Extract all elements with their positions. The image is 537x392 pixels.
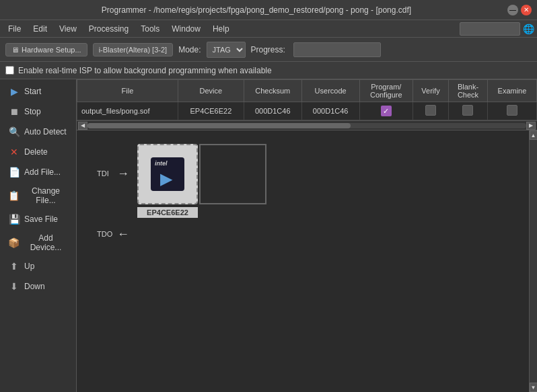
menu-processing[interactable]: Processing — [83, 22, 134, 36]
up-button[interactable]: ⬆ Up — [3, 257, 73, 276]
cell-file: output_files/pong.sof — [77, 102, 178, 120]
menu-file[interactable]: File — [3, 22, 26, 36]
cell-program[interactable]: ✓ — [359, 102, 413, 120]
program-checkbox[interactable]: ✓ — [381, 106, 392, 116]
main-area: ▶ Start ⏹ Stop 🔍 Auto Detect ✕ Delete 📄 … — [0, 79, 537, 392]
col-verify: Verify — [413, 80, 449, 102]
examine-checkbox[interactable] — [507, 105, 517, 116]
col-examine: Examine — [487, 80, 536, 102]
add-device-button[interactable]: 📦 Add Device... — [3, 230, 73, 256]
close-button[interactable]: ✕ — [521, 5, 532, 15]
tdi-label: TDI — [97, 169, 109, 178]
col-usercode: Usercode — [301, 80, 359, 102]
hardware-setup-button[interactable]: 🖥 Hardware Setup... — [5, 43, 87, 56]
start-button[interactable]: ▶ Start — [3, 82, 73, 101]
cell-usercode: 000D1C46 — [301, 102, 359, 120]
menu-help[interactable]: Help — [207, 22, 235, 36]
tdo-label: TDO — [97, 230, 112, 238]
tdo-arrow-icon: ← — [117, 227, 129, 241]
col-program: Program/Configure — [359, 80, 413, 102]
save-file-icon: 💾 — [8, 213, 20, 225]
stop-button[interactable]: ⏹ Stop — [3, 102, 73, 121]
save-file-button[interactable]: 💾 Save File — [3, 210, 73, 229]
progress-label: Progress: — [251, 45, 285, 54]
up-icon: ⬆ — [8, 260, 20, 272]
menubar-search: 🌐 — [460, 22, 534, 36]
cell-checksum: 000D1C46 — [244, 102, 301, 120]
jtag-connection-box — [199, 144, 266, 204]
cell-device: EP4CE6E22 — [178, 102, 244, 120]
globe-icon: 🌐 — [523, 24, 534, 34]
menubar: File Edit View Processing Tools Window H… — [0, 20, 537, 38]
vertical-scroll-track[interactable] — [530, 140, 537, 383]
horizontal-scrollbar[interactable]: ◀ ▶ — [77, 121, 537, 130]
sidebar: ▶ Start ⏹ Stop 🔍 Auto Detect ✕ Delete 📄 … — [0, 79, 77, 392]
down-icon: ⬇ — [8, 280, 20, 292]
change-file-button[interactable]: 📋 Change File... — [3, 183, 73, 208]
auto-detect-button[interactable]: 🔍 Auto Detect — [3, 122, 73, 141]
vertical-scrollbar[interactable]: ▲ ▼ — [529, 130, 537, 392]
scrollbar-thumb[interactable] — [87, 123, 351, 128]
cell-verify[interactable] — [413, 102, 449, 120]
scrollbar-track[interactable] — [87, 123, 526, 128]
titlebar-title: Programmer - /home/regis/projects/fpga/p… — [5, 5, 507, 15]
table-area: File Device Checksum Usercode Program/Co… — [77, 79, 537, 121]
change-file-icon: 📋 — [8, 190, 20, 202]
add-file-button[interactable]: 📄 Add File... — [3, 163, 73, 182]
menu-edit[interactable]: Edit — [28, 22, 52, 36]
titlebar: Programmer - /home/regis/projects/fpga/p… — [0, 0, 537, 20]
titlebar-controls: — ✕ — [507, 5, 532, 15]
blank-check-checkbox[interactable] — [462, 105, 473, 116]
tdi-arrow-icon: → — [117, 167, 129, 181]
delete-button[interactable]: ✕ Delete — [3, 143, 73, 161]
start-icon: ▶ — [8, 85, 20, 97]
isp-label: Enable real-time ISP to allow background… — [18, 66, 272, 75]
device-name-label: EP4CE6E22 — [137, 207, 198, 218]
blaster-button[interactable]: i-Blaster(Altera) [3-2] — [93, 43, 173, 56]
scroll-left-button[interactable]: ◀ — [78, 122, 87, 130]
add-device-icon: 📦 — [8, 237, 20, 249]
scroll-down-button[interactable]: ▼ — [530, 383, 538, 392]
cell-examine[interactable] — [487, 102, 536, 120]
scroll-up-button[interactable]: ▲ — [530, 130, 538, 140]
delete-icon: ✕ — [8, 146, 20, 158]
col-blank-check: Blank-Check — [449, 80, 488, 102]
toolbar: 🖥 Hardware Setup... i-Blaster(Altera) [3… — [0, 38, 537, 62]
diagram-wrapper: TDI → TDO ← intel ▶ EP4CE6E22 — [77, 130, 537, 392]
diagram-area: TDI → TDO ← intel ▶ EP4CE6E22 — [77, 130, 529, 392]
mode-select[interactable]: JTAG — [207, 42, 246, 58]
cell-blank-check[interactable] — [449, 102, 488, 120]
isp-checkbox[interactable] — [5, 66, 14, 75]
auto-detect-icon: 🔍 — [8, 126, 20, 138]
intel-arrow-icon: ▶ — [160, 169, 172, 188]
device-chip: intel ▶ EP4CE6E22 — [137, 144, 198, 218]
col-device: Device — [178, 80, 244, 102]
down-button[interactable]: ⬇ Down — [3, 277, 73, 296]
menu-window[interactable]: Window — [166, 22, 206, 36]
search-input[interactable] — [460, 22, 520, 36]
isp-row: Enable real-time ISP to allow background… — [0, 62, 537, 79]
add-file-icon: 📄 — [8, 166, 20, 178]
scroll-right-button[interactable]: ▶ — [526, 122, 536, 130]
content-area: File Device Checksum Usercode Program/Co… — [77, 79, 537, 392]
mode-label: Mode: — [178, 45, 201, 54]
verify-checkbox[interactable] — [425, 105, 436, 116]
hardware-icon: 🖥 — [11, 46, 19, 54]
stop-icon: ⏹ — [8, 106, 20, 118]
menu-tools[interactable]: Tools — [135, 22, 165, 36]
progress-bar — [293, 42, 381, 57]
menu-view[interactable]: View — [54, 22, 82, 36]
col-checksum: Checksum — [244, 80, 301, 102]
table-row: output_files/pong.sof EP4CE6E22 000D1C46… — [77, 102, 537, 120]
programmer-table: File Device Checksum Usercode Program/Co… — [77, 79, 537, 120]
minimize-button[interactable]: — — [507, 5, 518, 15]
col-file: File — [77, 80, 178, 102]
